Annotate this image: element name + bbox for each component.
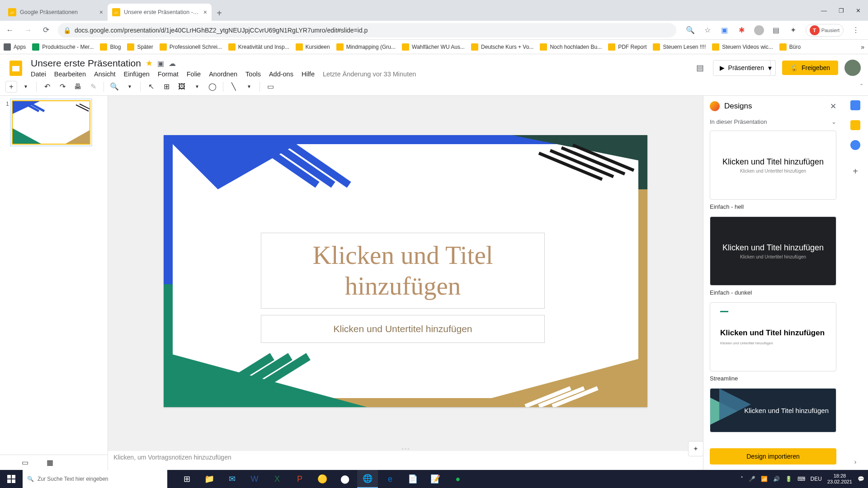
present-dropdown[interactable]: ▾ bbox=[764, 60, 776, 76]
menu-file[interactable]: Datei bbox=[31, 70, 46, 78]
textbox-tool[interactable]: ⊞ bbox=[160, 80, 173, 94]
extension-icon[interactable]: ✱ bbox=[737, 25, 747, 35]
star-icon[interactable]: ☆ bbox=[703, 25, 712, 35]
battery-icon[interactable]: 🔋 bbox=[785, 476, 792, 482]
slides-logo[interactable] bbox=[6, 58, 25, 77]
share-button[interactable]: 🔒 Freigeben bbox=[782, 61, 838, 75]
bookmark-item[interactable]: Kursideen bbox=[296, 43, 330, 51]
obs-icon[interactable]: ⬤ bbox=[335, 470, 355, 488]
menu-addons[interactable]: Add-ons bbox=[269, 70, 293, 78]
extension-icon[interactable]: ▤ bbox=[771, 25, 781, 35]
bookmark-item[interactable]: Noch hochladen Bu... bbox=[540, 43, 602, 51]
undo-button[interactable]: ↶ bbox=[40, 80, 54, 94]
bookmark-item[interactable]: Steuern Lesen !!!! bbox=[653, 43, 706, 51]
new-tab-button[interactable]: + bbox=[212, 5, 227, 21]
start-button[interactable] bbox=[0, 470, 23, 488]
cloud-status-icon[interactable]: ☁ bbox=[169, 59, 176, 68]
excel-icon[interactable]: X bbox=[267, 470, 288, 488]
mic-icon[interactable]: 🎤 bbox=[749, 476, 755, 482]
menu-arrange[interactable]: Anordnen bbox=[209, 70, 237, 78]
app-icon[interactable]: 📝 bbox=[425, 470, 446, 488]
tray-chevron-icon[interactable]: ˄ bbox=[741, 476, 743, 482]
menu-format[interactable]: Format bbox=[158, 70, 179, 78]
present-button[interactable]: ▶ Präsentieren bbox=[713, 60, 771, 76]
word-icon[interactable]: W bbox=[244, 470, 265, 488]
notifications-icon[interactable]: 💬 bbox=[858, 476, 864, 482]
slide-canvas[interactable]: Klicken und Titel hinzufügen Klicken und… bbox=[164, 135, 647, 407]
clock[interactable]: 18:28 23.02.2021 bbox=[827, 473, 852, 485]
import-design-button[interactable]: Design importieren bbox=[710, 448, 836, 465]
doc-title[interactable]: Unsere erste Präsentation bbox=[31, 58, 141, 69]
grid-view-icon[interactable]: ▦ bbox=[47, 458, 53, 467]
bookmark-item[interactable]: Professionell Schrei... bbox=[160, 43, 222, 51]
wifi-icon[interactable]: 📶 bbox=[761, 476, 768, 482]
menu-view[interactable]: Ansicht bbox=[94, 70, 116, 78]
theme-card[interactable]: Klicken und Titel hinzufügen Klicken und… bbox=[710, 216, 836, 286]
subtitle-placeholder[interactable]: Klicken und Untertitel hinzufügen bbox=[261, 315, 545, 343]
extensions-icon[interactable]: ✦ bbox=[788, 25, 798, 35]
collapse-toolbar-icon[interactable]: ˆ bbox=[860, 83, 863, 90]
spotify-icon[interactable]: ● bbox=[448, 470, 468, 488]
chrome-icon[interactable]: 🌐 bbox=[357, 470, 378, 488]
browser-tab-active[interactable]: ▱ Unsere erste Präsentation - Goo... × bbox=[108, 4, 212, 21]
calendar-icon[interactable] bbox=[850, 100, 860, 110]
bookmark-item[interactable]: Wahlfächer WU Aus... bbox=[402, 43, 465, 51]
explore-button[interactable]: ✦ bbox=[688, 441, 703, 456]
theme-card[interactable]: Klicken und Titel hinzufügen Klicken und… bbox=[710, 302, 836, 371]
shape-tool[interactable]: ◯ bbox=[206, 80, 219, 94]
zoom-button[interactable]: 🔍 bbox=[108, 80, 121, 94]
star-icon[interactable]: ★ bbox=[146, 58, 153, 68]
maximize-icon[interactable]: ❐ bbox=[839, 7, 844, 14]
bookmark-item[interactable]: Später bbox=[127, 43, 153, 51]
new-slide-button[interactable]: + bbox=[5, 81, 17, 93]
slide-thumbnail[interactable] bbox=[12, 100, 90, 145]
extension-icon[interactable]: ▣ bbox=[720, 25, 730, 35]
move-icon[interactable]: ▣ bbox=[157, 59, 164, 68]
explorer-icon[interactable]: 📁 bbox=[199, 470, 220, 488]
tasks-icon[interactable] bbox=[850, 140, 860, 150]
task-view-icon[interactable]: ⊞ bbox=[176, 470, 197, 488]
title-placeholder[interactable]: Klicken und Titel hinzufügen bbox=[261, 233, 545, 309]
app-icon[interactable]: 🟡 bbox=[312, 470, 333, 488]
apps-shortcut[interactable]: Apps bbox=[4, 43, 26, 51]
profile-pause-pill[interactable]: T Pausiert bbox=[806, 24, 844, 37]
menu-insert[interactable]: Einfügen bbox=[124, 70, 150, 78]
address-bar[interactable]: 🔒 docs.google.com/presentation/d/1je40CL… bbox=[58, 23, 676, 38]
keep-icon[interactable] bbox=[850, 120, 860, 130]
close-icon[interactable]: × bbox=[99, 9, 103, 16]
menu-tools[interactable]: Tools bbox=[245, 70, 261, 78]
menu-slide[interactable]: Folie bbox=[187, 70, 201, 78]
bookmark-item[interactable]: Kreativität und Insp... bbox=[228, 43, 289, 51]
bookmark-item[interactable]: Produktsuche - Mer... bbox=[32, 43, 94, 51]
menu-help[interactable]: Hilfe bbox=[302, 70, 315, 78]
line-tool[interactable]: ╲ bbox=[227, 80, 241, 94]
theme-card[interactable]: Klicken und Titel hinzufügen bbox=[710, 388, 836, 432]
bookmark-item[interactable]: Blog bbox=[100, 43, 121, 51]
select-tool[interactable]: ↖ bbox=[144, 80, 158, 94]
forward-button[interactable]: → bbox=[22, 24, 34, 37]
bookmark-item[interactable]: PDF Report bbox=[608, 43, 646, 51]
close-icon[interactable]: × bbox=[203, 9, 207, 16]
last-edit-text[interactable]: Letzte Änderung vor 33 Minuten bbox=[323, 70, 416, 78]
close-panel-icon[interactable]: ✕ bbox=[830, 102, 836, 111]
zoom-dropdown[interactable]: ▼ bbox=[123, 80, 137, 94]
zoom-icon[interactable]: 🔍 bbox=[685, 25, 695, 35]
back-button[interactable]: ← bbox=[4, 24, 16, 37]
account-avatar[interactable] bbox=[844, 60, 861, 76]
volume-icon[interactable]: 🔊 bbox=[773, 476, 780, 482]
bookmark-item[interactable]: Deutsche Kurs + Vo... bbox=[471, 43, 533, 51]
comment-tool[interactable]: ▭ bbox=[264, 80, 277, 94]
close-window-icon[interactable]: ✕ bbox=[856, 7, 861, 14]
image-tool[interactable]: 🖼 bbox=[175, 80, 189, 94]
filmstrip-view-icon[interactable]: ▭ bbox=[22, 458, 28, 467]
image-dropdown[interactable]: ▼ bbox=[190, 80, 204, 94]
bookmark-item[interactable]: Mindmapping (Gru... bbox=[336, 43, 396, 51]
notes-resize-handle[interactable]: • • • bbox=[108, 446, 703, 451]
add-addon-icon[interactable]: + bbox=[853, 166, 858, 177]
keyboard-icon[interactable]: ⌨ bbox=[797, 476, 805, 482]
edge-icon[interactable]: e bbox=[380, 470, 401, 488]
reload-button[interactable]: ⟳ bbox=[40, 24, 52, 37]
browser-tab[interactable]: ▱ Google Präsentationen × bbox=[4, 4, 108, 21]
comments-icon[interactable]: ▤ bbox=[694, 61, 707, 74]
bookmark-item[interactable]: Steuern Videos wic... bbox=[712, 43, 773, 51]
